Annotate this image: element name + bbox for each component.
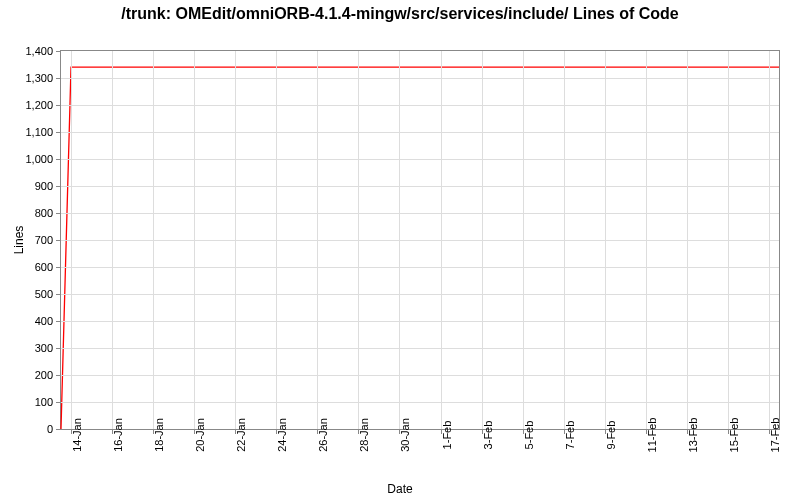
gridline-v [153, 51, 154, 429]
tick-y [56, 240, 61, 241]
tick-y [56, 51, 61, 52]
x-tick-label: 15-Feb [728, 418, 740, 453]
tick-y [56, 267, 61, 268]
gridline-h [61, 375, 779, 376]
y-tick-label: 1,300 [25, 72, 53, 84]
gridline-h [61, 294, 779, 295]
gridline-v [728, 51, 729, 429]
gridline-h [61, 159, 779, 160]
tick-y [56, 78, 61, 79]
tick-y [56, 132, 61, 133]
tick-y [56, 402, 61, 403]
gridline-v [564, 51, 565, 429]
gridline-h [61, 321, 779, 322]
tick-y [56, 348, 61, 349]
y-tick-label: 900 [35, 180, 53, 192]
y-tick-label: 800 [35, 207, 53, 219]
tick-y [56, 294, 61, 295]
gridline-h [61, 348, 779, 349]
x-tick-label: 16-Jan [112, 418, 124, 452]
gridline-h [61, 105, 779, 106]
x-tick-label: 14-Jan [71, 418, 83, 452]
tick-y [56, 429, 61, 430]
plot-area: 01002003004005006007008009001,0001,1001,… [60, 50, 780, 430]
x-tick-label: 17-Feb [769, 418, 781, 453]
gridline-v [769, 51, 770, 429]
y-tick-label: 1,000 [25, 153, 53, 165]
x-tick-label: 11-Feb [646, 418, 658, 453]
x-tick-label: 24-Jan [276, 418, 288, 452]
y-tick-label: 600 [35, 261, 53, 273]
gridline-v [646, 51, 647, 429]
y-tick-label: 1,200 [25, 99, 53, 111]
y-axis-title: Lines [12, 226, 26, 255]
y-tick-label: 100 [35, 396, 53, 408]
y-tick-label: 700 [35, 234, 53, 246]
x-tick-label: 28-Jan [358, 418, 370, 452]
y-tick-label: 1,100 [25, 126, 53, 138]
gridline-v [523, 51, 524, 429]
gridline-h [61, 267, 779, 268]
gridline-v [317, 51, 318, 429]
x-tick-label: 5-Feb [523, 421, 535, 450]
x-axis-title: Date [0, 482, 800, 496]
tick-y [56, 375, 61, 376]
x-tick-label: 13-Feb [687, 418, 699, 453]
gridline-h [61, 402, 779, 403]
x-tick-label: 30-Jan [399, 418, 411, 452]
gridline-v [482, 51, 483, 429]
loc-chart: /trunk: OMEdit/omniORB-4.1.4-mingw/src/s… [0, 0, 800, 500]
x-tick-label: 7-Feb [564, 421, 576, 450]
y-tick-label: 400 [35, 315, 53, 327]
gridline-h [61, 213, 779, 214]
y-tick-label: 0 [47, 423, 53, 435]
gridline-v [112, 51, 113, 429]
gridline-v [194, 51, 195, 429]
chart-title: /trunk: OMEdit/omniORB-4.1.4-mingw/src/s… [0, 4, 800, 24]
tick-y [56, 213, 61, 214]
y-tick-label: 1,400 [25, 45, 53, 57]
y-tick-label: 200 [35, 369, 53, 381]
tick-y [56, 321, 61, 322]
x-tick-label: 26-Jan [317, 418, 329, 452]
gridline-h [61, 186, 779, 187]
gridline-v [399, 51, 400, 429]
tick-y [56, 105, 61, 106]
gridline-h [61, 132, 779, 133]
gridline-h [61, 78, 779, 79]
gridline-h [61, 240, 779, 241]
x-tick-label: 20-Jan [194, 418, 206, 452]
gridline-v [358, 51, 359, 429]
gridline-v [441, 51, 442, 429]
y-tick-label: 500 [35, 288, 53, 300]
x-tick-label: 22-Jan [235, 418, 247, 452]
gridline-v [605, 51, 606, 429]
tick-y [56, 186, 61, 187]
y-tick-label: 300 [35, 342, 53, 354]
gridline-v [687, 51, 688, 429]
x-tick-label: 3-Feb [482, 421, 494, 450]
x-tick-label: 1-Feb [441, 421, 453, 450]
gridline-v [71, 51, 72, 429]
x-tick-label: 9-Feb [605, 421, 617, 450]
tick-y [56, 159, 61, 160]
gridline-v [235, 51, 236, 429]
x-tick-label: 18-Jan [153, 418, 165, 452]
gridline-v [276, 51, 277, 429]
